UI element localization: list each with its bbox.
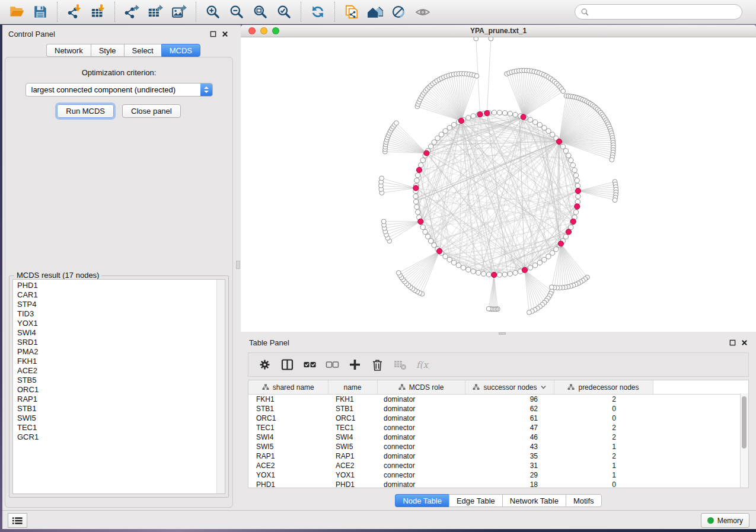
table-cell: connector [377,470,465,480]
table-row[interactable]: YOX1YOX1connector291 [248,470,740,480]
list-item[interactable]: GCR1 [13,432,216,442]
tab-network-table[interactable]: Network Table [502,494,566,507]
list-item[interactable]: YOX1 [13,319,216,328]
export-table-button[interactable] [143,1,167,23]
refresh-button[interactable] [306,1,330,23]
select-all-rows-button[interactable] [298,354,321,376]
node-table: shared namenameMCDS rolesuccessor nodesp… [248,380,749,488]
vertical-splitter[interactable] [235,25,241,510]
column-header-MCDS-role[interactable]: MCDS role [377,380,465,395]
list-item[interactable]: SWI5 [13,414,216,423]
list-item[interactable]: RAP1 [13,395,216,404]
export-network-button[interactable] [120,1,143,23]
tab-edge-table[interactable]: Edge Table [449,494,502,507]
table-row[interactable]: SWI5SWI5connector431 [248,442,740,451]
table-cell-filler [653,432,740,442]
list-item[interactable]: SWI4 [13,328,216,338]
zoom-fit-button[interactable] [248,1,272,23]
float-panel-icon[interactable] [729,339,736,346]
sort-order-icon[interactable] [541,385,546,389]
save-session-button[interactable] [28,1,52,23]
table-cell: 1 [554,461,653,470]
tab-mcds[interactable]: MCDS [161,44,200,57]
table-cell: SWI5 [248,442,328,451]
table-row[interactable]: FKH1FKH1dominator962 [248,395,740,405]
column-type-icon [473,384,480,390]
table-cell: 2 [554,432,653,442]
list-item[interactable]: STP4 [13,300,216,309]
column-header-predecessor-nodes[interactable]: predecessor nodes [554,380,653,395]
zoom-out-button[interactable] [225,1,248,23]
table-row[interactable]: RAP1RAP1dominator352 [248,451,740,461]
run-mcds-button[interactable]: Run MCDS [57,104,114,118]
tab-node-table[interactable]: Node Table [395,494,449,507]
list-scrollbar[interactable] [216,280,225,493]
zoom-selected-button[interactable] [272,1,296,23]
network-window-titlebar[interactable]: YPA_prune.txt_1 [241,25,756,37]
network-overview-button[interactable] [363,1,387,23]
table-row[interactable]: SWI4SWI4dominator462 [248,432,740,442]
table-cell-filler [653,423,740,432]
style-mapper-button[interactable] [387,1,411,23]
close-window-icon[interactable] [248,27,256,34]
tab-network[interactable]: Network [46,44,91,57]
search-box[interactable] [575,4,742,20]
table-cell-filler [653,395,740,405]
list-item[interactable]: ORC1 [13,385,216,395]
column-header-name[interactable]: name [328,380,377,395]
splitter-grip[interactable] [236,261,240,269]
table-scrollbar-thumb[interactable] [742,396,747,448]
table-cell: FKH1 [248,395,328,405]
import-network-button[interactable] [62,1,86,23]
tab-select[interactable]: Select [124,44,161,57]
float-panel-icon[interactable] [210,31,216,37]
table-cell: 0 [554,414,653,423]
list-item[interactable]: PHD1 [13,281,216,290]
delete-column-button[interactable] [366,354,388,376]
list-item[interactable]: FKH1 [13,357,216,366]
deselect-all-rows-button[interactable] [321,354,343,376]
zoom-in-button[interactable] [201,1,225,23]
optimization-criterion-select[interactable]: largest connected component (undirected) [25,83,213,97]
table-row[interactable]: TEC1TEC1connector472 [248,423,740,432]
open-session-button[interactable] [5,1,28,23]
minimize-window-icon[interactable] [260,27,267,34]
search-input[interactable] [589,7,742,17]
mcds-result-list[interactable]: PHD1CAR1STP4TID3YOX1SWI4SRD1PMA2FKH1ACE2… [12,279,225,494]
column-visibility-button[interactable] [276,354,298,376]
export-image-button[interactable] [167,1,191,23]
list-item[interactable]: ACE2 [13,366,216,376]
clone-network-button[interactable] [340,1,363,23]
task-history-button[interactable] [8,513,27,528]
list-item[interactable]: SRD1 [13,338,216,347]
table-row[interactable]: PHD1PHD1dominator180 [248,480,740,488]
column-header-successor-nodes[interactable]: successor nodes [465,380,554,395]
list-item[interactable]: TEC1 [13,423,216,432]
column-header-shared-name[interactable]: shared name [248,380,328,395]
maximize-window-icon[interactable] [272,27,279,34]
table-row[interactable]: ACE2ACE2connector311 [248,461,740,470]
network-graph[interactable] [241,37,756,332]
close-panel-icon[interactable] [222,31,228,37]
list-item[interactable]: STB5 [13,376,216,385]
close-panel-icon[interactable] [741,339,748,346]
table-row[interactable]: ORC1ORC1dominator610 [248,414,740,423]
list-item[interactable]: TID3 [13,309,216,319]
tab-style[interactable]: Style [91,44,124,57]
list-item[interactable]: CAR1 [13,290,216,300]
create-column-button[interactable] [343,354,366,376]
memory-button[interactable]: Memory [701,513,749,528]
check-all-icon [303,358,317,371]
hide-selected-button[interactable] [411,1,435,23]
import-table-button[interactable] [86,1,110,23]
export-image-icon [171,4,187,20]
close-panel-button[interactable]: Close panel [122,104,181,118]
tab-motifs[interactable]: Motifs [566,494,602,507]
table-scrollbar[interactable] [740,393,748,488]
network-view[interactable] [241,37,756,332]
table-settings-button[interactable] [253,354,276,376]
list-item[interactable]: STB1 [13,404,216,414]
list-item[interactable]: PMA2 [13,347,216,357]
table-row[interactable]: STB1STB1dominator620 [248,404,740,414]
gear-icon [258,358,272,371]
